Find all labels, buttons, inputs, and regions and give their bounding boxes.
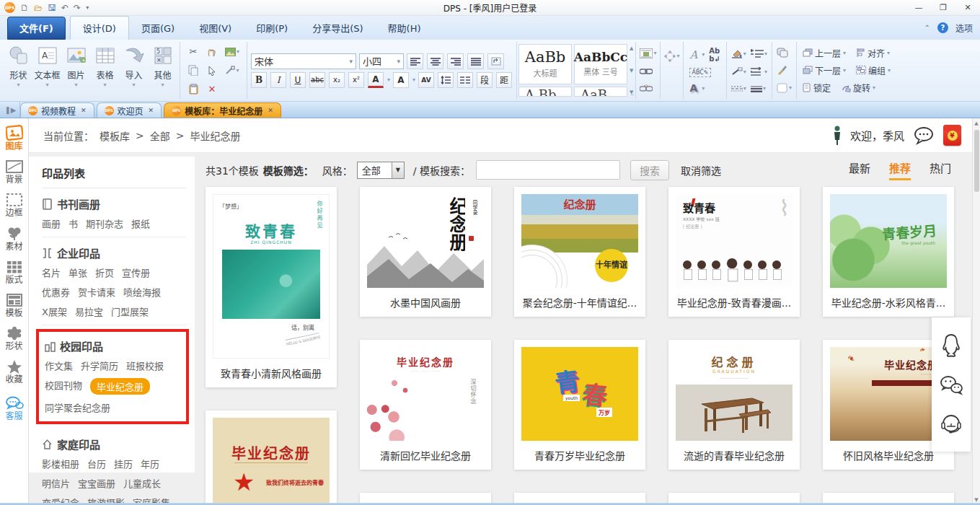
category-link[interactable]: 喷绘海报 [123, 285, 161, 299]
wordart-icon[interactable]: A [689, 48, 697, 61]
minimize-button[interactable]: — [906, 3, 931, 12]
style-item-heiti[interactable]: AaBbCc 黑体 三号 [574, 44, 627, 84]
category-link[interactable]: 易拉宝 [75, 304, 103, 318]
rail-item-background[interactable]: 背景 [0, 156, 28, 189]
vertical-scrollbar[interactable]: ▲ ▼ [972, 118, 980, 505]
category-link[interactable]: 名片 [42, 265, 61, 279]
help-icon[interactable]: ? [937, 22, 948, 33]
category-link[interactable]: 作文集 [45, 359, 73, 372]
style-filter-select[interactable]: 全部 ▼ [357, 162, 405, 179]
rail-item-layout[interactable]: 版式 [0, 256, 28, 289]
tab-page[interactable]: 页面(G) [129, 17, 187, 40]
category-link[interactable]: 台历 [87, 457, 106, 470]
message-icon[interactable] [913, 126, 935, 145]
highlight-color-button[interactable]: A [393, 72, 409, 88]
rotate-button[interactable]: 旋转▾ [841, 82, 875, 94]
category-link[interactable]: 书 [69, 216, 78, 230]
align-justify-icon[interactable] [467, 53, 484, 69]
text-wrap-image-icon[interactable]: ▾ [640, 48, 656, 58]
rail-item-shape[interactable]: 形状 [0, 322, 28, 356]
template-card[interactable]: 青 春 youth 万岁 青春万岁毕业纪念册 [514, 340, 645, 470]
cancel-filter-button[interactable]: 取消筛选 [681, 163, 721, 177]
category-link[interactable]: 同学聚会纪念册 [45, 400, 110, 414]
breadcrumb-item-current[interactable]: 毕业纪念册 [190, 128, 240, 143]
tab-view[interactable]: 视图(V) [187, 17, 244, 40]
format-painter-icon[interactable] [777, 65, 787, 75]
category-link[interactable]: 贺卡请柬 [78, 285, 115, 299]
italic-button[interactable]: I [270, 72, 286, 88]
template-card[interactable]: 致青春 XXXX 学校 xxx 班 [ 纪念册 ] ⌇ 毕业纪念册-致青春漫画.… [668, 187, 800, 317]
headset-support-icon[interactable] [940, 413, 963, 436]
tab-help[interactable]: 帮助(H) [376, 17, 433, 40]
search-button[interactable]: 搜索 [630, 160, 669, 180]
shape-fill-swatch[interactable]: ▾ [777, 83, 792, 93]
category-link[interactable]: 折页 [95, 265, 114, 279]
tab-design[interactable]: 设计(D) [70, 16, 129, 40]
line-style-icon[interactable]: ▾ [731, 67, 746, 76]
tab-share-export[interactable]: 分享导出(S) [300, 17, 375, 40]
text-shadow-icon[interactable]: A [689, 82, 697, 94]
template-card[interactable]: 毕业纪念册 ★ 致我们终将逝去的青春 XX届X年级X班十年聚会纪念册 [206, 410, 337, 505]
copy-icon[interactable] [184, 61, 203, 80]
maximize-button[interactable]: ❐ [931, 3, 955, 12]
close-tab-icon[interactable]: ✕ [81, 107, 87, 114]
category-link[interactable]: 影楼相册 [42, 457, 79, 470]
edit-points-icon[interactable]: ▾ [221, 61, 243, 80]
category-link[interactable]: 单张 [69, 265, 87, 279]
remove-link-icon[interactable] [640, 84, 653, 93]
category-link[interactable]: 校园刊物 [45, 378, 82, 395]
align-button[interactable]: 对齐▾ [856, 47, 890, 59]
insert-textbox-button[interactable]: A 文本框▾ [34, 43, 61, 97]
category-link[interactable]: 班报校报 [126, 359, 164, 372]
hyperlink-icon[interactable] [640, 68, 653, 75]
distance-button[interactable]: 距 [496, 72, 512, 88]
sort-newest[interactable]: 最新 [849, 160, 870, 180]
sort-recommended[interactable]: 推荐 [889, 160, 911, 180]
import-button[interactable]: 导入▾ [120, 43, 147, 97]
doc-tab-video-tutorial[interactable]: DPS 视频教程 ✕ [20, 102, 94, 118]
strikethrough-button[interactable]: abc [309, 72, 325, 88]
line-weight-icon[interactable]: ▾ [751, 85, 766, 92]
delete-icon[interactable]: ✕ [203, 80, 221, 99]
text-convert-icon[interactable]: Abb↲ [709, 47, 720, 63]
gallery-more-icon[interactable]: ▼̲ [630, 89, 633, 95]
align-center-icon[interactable] [427, 53, 443, 69]
style-item-title[interactable]: AaBb 大标题 [518, 44, 572, 84]
rail-item-favorites[interactable]: 收藏 [0, 356, 28, 389]
category-link[interactable]: 年历 [141, 457, 159, 470]
template-card[interactable]: 「梦想」 你好再见 致青春 ZHI QINGCHUN 话，别离 HELLO & … [206, 187, 337, 387]
category-link[interactable]: 升学简历 [81, 359, 118, 372]
text-direction-icon[interactable] [487, 53, 504, 69]
tab-print[interactable]: 印刷(P) [244, 17, 300, 40]
wechat-icon[interactable] [939, 374, 963, 396]
paste-icon[interactable] [184, 80, 203, 99]
style-item-partial[interactable]: AaB [574, 87, 627, 97]
category-link[interactable]: 挂历 [114, 457, 133, 470]
doc-tab-welcome[interactable]: DPS 欢迎页 ✕ [97, 102, 162, 118]
template-card[interactable]: 毕业纪念册 ········ ········ ········ 深切怀念 清新… [360, 340, 491, 470]
category-link[interactable]: 儿童成长 [123, 476, 161, 490]
duplicate-style-icon[interactable] [777, 48, 788, 58]
template-card[interactable]: 纪念册 GRADUATION ———————— [668, 340, 800, 470]
columns-button[interactable] [457, 72, 473, 88]
bring-forward-button[interactable]: 上一层▾ [803, 47, 846, 59]
scrollbar-thumb[interactable] [974, 130, 979, 192]
tab-panel-toggle-icon[interactable]: ❚▶ [1, 102, 20, 118]
category-link[interactable]: 报纸 [131, 216, 150, 230]
superscript-button[interactable]: x² [348, 72, 364, 88]
fill-color-icon[interactable]: ▾ [731, 48, 746, 58]
collapse-ribbon-icon[interactable]: ⌃ [924, 24, 930, 32]
dash-style-icon[interactable]: ▾ [731, 85, 746, 92]
close-tab-icon[interactable]: ✕ [268, 107, 273, 114]
options-button[interactable]: 选项 [955, 22, 973, 34]
rail-item-border[interactable]: 边框 [0, 189, 28, 222]
select-cursor-icon[interactable] [203, 61, 221, 80]
template-card[interactable]: 纪念册 同学录 水墨中国风画册 [360, 187, 491, 317]
special-effect-icon[interactable]: ▾ [664, 50, 679, 62]
indent-arrows-icon[interactable]: ▾ [751, 49, 767, 58]
group-button[interactable]: 编组▾ [856, 64, 891, 76]
category-link[interactable]: 门型展架 [111, 304, 149, 318]
sort-hot[interactable]: 热门 [930, 160, 951, 180]
doc-tab-template-library[interactable]: DPS 模板库：毕业纪念册 ✕ [164, 102, 281, 118]
template-search-input[interactable] [476, 160, 620, 180]
